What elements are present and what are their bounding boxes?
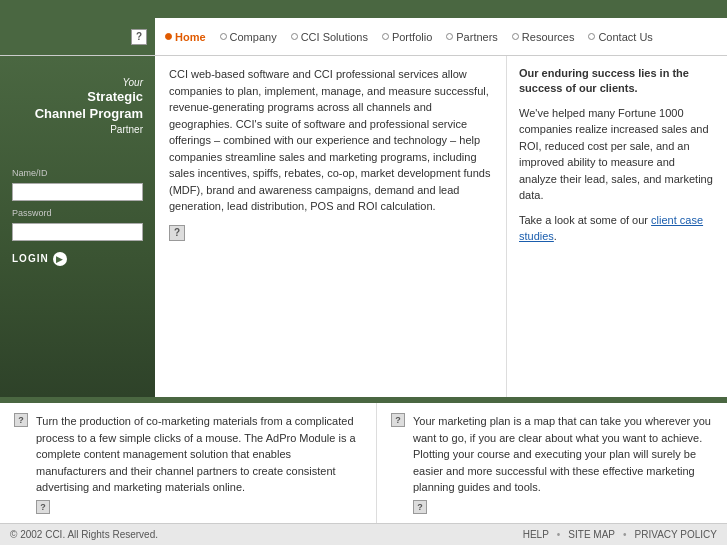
- nav-item-contact-us[interactable]: Contact Us: [588, 31, 652, 43]
- right-link-para: Take a look at some of our client case s…: [519, 212, 715, 245]
- login-arrow-icon: ▶: [53, 252, 67, 266]
- nav-item-resources[interactable]: Resources: [512, 31, 575, 43]
- name-input[interactable]: [12, 183, 143, 201]
- nav-area: Home Company CCI Solutions Portfolio Par…: [155, 18, 727, 55]
- footer-help-link[interactable]: HELP: [523, 529, 549, 540]
- bottom-left-content: Turn the production of co-marketing mate…: [36, 413, 362, 513]
- right-text: We've helped many Fortune 1000 companies…: [519, 105, 715, 204]
- footer-sep-2: •: [623, 529, 627, 540]
- footer-privacy-link[interactable]: PRIVACY POLICY: [635, 529, 717, 540]
- nav-item-portfolio[interactable]: Portfolio: [382, 31, 432, 43]
- bottom-panels: ? Turn the production of co-marketing ma…: [0, 403, 727, 523]
- content: CCI web-based software and CCI professio…: [155, 56, 727, 397]
- password-label: Password: [12, 208, 143, 218]
- header: ? Home Company CCI Solutions Portfolio P…: [0, 18, 727, 56]
- main-body-text: CCI web-based software and CCI professio…: [169, 66, 492, 215]
- bottom-right-panel: ? Your marketing plan is a map that can …: [377, 403, 727, 523]
- logo-area: ?: [0, 18, 155, 55]
- nav-item-home[interactable]: Home: [165, 31, 206, 43]
- copyright-text: © 2002 CCI. All Rights Reserved.: [10, 529, 158, 540]
- bottom-right-content: Your marketing plan is a map that can ta…: [413, 413, 713, 513]
- footer-links: HELP • SITE MAP • PRIVACY POLICY: [523, 529, 717, 540]
- bottom-right-icon-area: ?: [391, 413, 405, 513]
- bottom-right-text: Your marketing plan is a map that can ta…: [413, 413, 713, 496]
- nav-item-partners[interactable]: Partners: [446, 31, 498, 43]
- bottom-left-icon-area: ?: [14, 413, 28, 513]
- sidebar-title: Your Strategic Channel Program Partner: [12, 76, 143, 136]
- right-heading: Our enduring success lies in the success…: [519, 66, 715, 97]
- bottom-left-text: Turn the production of co-marketing mate…: [36, 413, 362, 496]
- footer-sep-1: •: [557, 529, 561, 540]
- help-icon-bottom-right-sub[interactable]: ?: [413, 500, 427, 514]
- sidebar-login: Name/ID Password LOGIN ▶: [12, 166, 143, 266]
- nav-item-company[interactable]: Company: [220, 31, 277, 43]
- footer: © 2002 CCI. All Rights Reserved. HELP • …: [0, 523, 727, 545]
- main-area: Your Strategic Channel Program Partner N…: [0, 56, 727, 397]
- help-icon-main[interactable]: ?: [169, 225, 185, 241]
- help-icon-header[interactable]: ?: [131, 29, 147, 45]
- top-bar: [0, 0, 727, 18]
- sidebar: Your Strategic Channel Program Partner N…: [0, 56, 155, 397]
- login-button[interactable]: LOGIN ▶: [12, 252, 143, 266]
- help-icon-bottom-right[interactable]: ?: [391, 413, 405, 427]
- bottom-left-panel: ? Turn the production of co-marketing ma…: [0, 403, 377, 523]
- right-content: Our enduring success lies in the success…: [507, 56, 727, 397]
- help-icon-bottom-left[interactable]: ?: [14, 413, 28, 427]
- left-content: CCI web-based software and CCI professio…: [155, 56, 507, 397]
- nav-item-cci-solutions[interactable]: CCI Solutions: [291, 31, 368, 43]
- password-input[interactable]: [12, 223, 143, 241]
- footer-sitemap-link[interactable]: SITE MAP: [568, 529, 615, 540]
- name-label: Name/ID: [12, 168, 143, 178]
- help-icon-bottom-left-sub[interactable]: ?: [36, 500, 50, 514]
